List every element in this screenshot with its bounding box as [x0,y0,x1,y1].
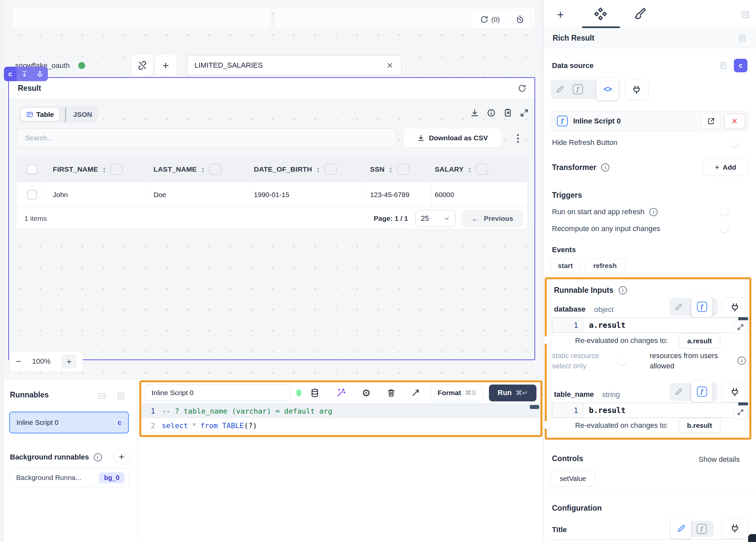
result-refresh-button[interactable] [513,80,531,97]
column-toggle[interactable] [324,164,337,175]
tab-insert-plus[interactable]: + [557,8,564,22]
zoom-in-button[interactable]: + [61,355,77,368]
expand-result-icon[interactable] [520,108,529,118]
table-name-function-mode-active[interactable]: ƒ [691,381,712,402]
refresh-all-button[interactable]: (0) [470,10,510,29]
database-function-mode-active[interactable]: ƒ [691,296,712,317]
code-mode-active[interactable]: <> [596,78,619,100]
hide-refresh-label: Hide Refresh Button [552,138,617,147]
anchor-icon[interactable] [36,70,44,78]
background-runnables-header: Background runnables i [10,453,102,461]
tab-table-label: Table [36,111,54,119]
download-csv-button[interactable]: Download as CSV [404,128,501,148]
reeval-dep-pill[interactable]: b.result [679,418,720,433]
table-name-input[interactable]: LIMITED_SALARIES [187,55,401,76]
sort-icon[interactable]: ↕ [316,164,320,175]
column-header[interactable]: SALARY [435,165,464,173]
open-script-button[interactable] [702,114,721,129]
canvas-refresh-pill: (0) [470,10,531,29]
linked-script-row[interactable]: ƒ Inline Script 0 [551,111,749,131]
search-input[interactable]: Search... [17,128,396,148]
delete-script-icon[interactable] [387,388,396,397]
table-row[interactable]: John Doe 1990-01-15 123-45-6789 60000 [16,182,528,208]
info-icon[interactable] [487,108,496,118]
expand-expression-icon[interactable] [734,320,747,334]
event-pill-start[interactable]: start [551,258,580,273]
run-button[interactable]: Run ⌘↵ [489,385,536,401]
page-size-select[interactable]: 25 [415,210,456,227]
code-area[interactable]: 1 -- ? table_name (varchar) = default ar… [141,403,540,435]
connect-plug-button[interactable] [625,80,648,100]
datasource-icon[interactable] [310,388,320,398]
table-footer: 1 items Page: 1 / 1 25 ← Previous [16,208,528,229]
runnable-item-inline-script-0[interactable]: Inline Script 0 c [9,412,129,433]
select-all-checkbox[interactable] [27,164,37,174]
row-checkbox[interactable] [27,190,37,200]
copy-result-icon[interactable] [503,108,512,118]
column-toggle[interactable] [476,164,488,175]
reeval-dep-pill[interactable]: a.result [679,333,720,349]
background-runnable-item[interactable]: Background Runna... bg_0 [9,468,129,487]
sort-icon[interactable]: ↕ [467,164,472,175]
connect-plug-button[interactable] [722,382,748,402]
empty-component-a[interactable] [12,7,271,29]
static-note-line: static resource [552,351,599,361]
previous-page-button[interactable]: ← Previous [462,210,523,227]
format-button[interactable]: Format ⌘S [431,385,483,401]
column-header[interactable]: SSN [370,165,385,173]
move-down-icon[interactable] [21,70,28,78]
sort-icon[interactable]: ↕ [389,164,393,175]
ai-wand-icon[interactable] [336,388,346,398]
component-doc-icon[interactable] [738,34,747,43]
column-header[interactable]: DATE_OF_BIRTH [254,165,312,173]
static-pencil-icon[interactable] [674,388,683,396]
settings-gear-icon[interactable]: ⚙ [362,387,371,399]
title-static-mode-active[interactable] [671,518,691,539]
show-details-link[interactable]: Show details [699,455,740,464]
table-options-kebab[interactable]: ⋮ [511,130,525,146]
column-toggle[interactable] [110,164,123,175]
column-toggle[interactable] [397,164,409,175]
static-pencil-icon[interactable] [674,303,683,311]
tab-json[interactable]: { } JSON [60,108,96,121]
data-source-doc-icon[interactable] [719,61,728,70]
tab-style-brush-icon[interactable] [633,7,647,21]
title-value-input[interactable] [551,539,747,542]
connect-plug-button[interactable] [722,518,748,539]
collapse-runnables-icon[interactable] [97,391,107,401]
static-pencil-icon[interactable] [555,85,564,94]
expand-expression-icon[interactable] [734,405,747,419]
tab-components-icon[interactable] [593,7,608,21]
add-transformer-button[interactable]: + Add [704,159,747,176]
editor-scrollbar[interactable] [530,405,539,409]
clear-input-icon[interactable] [386,61,394,69]
function-mode-icon[interactable]: ƒ [573,84,583,94]
control-pill-setvalue[interactable]: setValue [551,471,595,487]
runnables-doc-icon[interactable] [116,391,125,401]
function-mode-icon[interactable]: ƒ [697,524,707,534]
table-name-expression-editor[interactable]: 1 b.result [552,403,749,418]
zoom-out-button[interactable]: − [16,356,21,367]
add-source-button[interactable]: + [155,55,176,76]
event-pill-refresh[interactable]: refresh [585,258,625,273]
database-expression-editor[interactable]: 1 a.result [552,318,749,333]
connect-plug-button[interactable] [722,297,748,317]
remove-script-button[interactable] [724,114,745,129]
tab-table[interactable]: Table [21,108,59,121]
history-button[interactable] [510,10,530,29]
column-header[interactable]: LAST_NAME [154,165,197,173]
add-label: Add [723,163,736,171]
sort-icon[interactable]: ↕ [102,164,106,175]
download-icon[interactable] [470,108,479,118]
arrow-left-icon: ← [471,214,479,223]
script-toolbar: Inline Script 0 ⚙ Format ⌘S Run ⌘↵ [141,382,540,403]
column-toggle[interactable] [209,164,222,175]
column-header[interactable]: FIRST_NAME [53,165,98,173]
disconnect-source-button[interactable] [132,55,153,76]
collapse-panel-icon[interactable] [740,10,750,20]
inspector-tabs [543,0,756,28]
expand-editor-icon[interactable] [411,388,420,397]
add-background-runnable-button[interactable]: + [114,449,129,465]
sort-icon[interactable]: ↕ [201,164,205,175]
script-name-input[interactable]: Inline Script 0 [145,385,290,401]
